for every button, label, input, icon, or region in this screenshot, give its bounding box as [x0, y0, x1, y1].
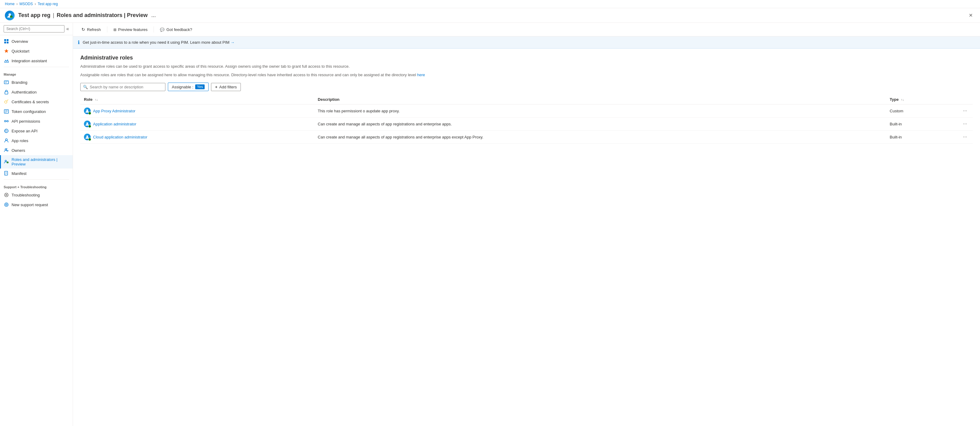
svg-point-17	[5, 120, 6, 122]
table-row: Cloud application administrator Can crea…	[80, 131, 973, 144]
svg-point-35	[6, 204, 7, 206]
breadcrumb-home[interactable]: Home	[5, 2, 14, 6]
owners-icon	[4, 147, 9, 153]
row-actions-button-2[interactable]: ···	[961, 120, 969, 127]
expose-api-icon	[4, 128, 9, 134]
sidebar-divider-manage	[4, 67, 69, 67]
sidebar-item-token-configuration[interactable]: Token configuration	[0, 106, 73, 116]
sidebar-item-quickstart[interactable]: Quickstart	[0, 46, 73, 56]
filter-row: 🔍 Assignable : Yes + Add filters	[80, 82, 973, 91]
table-row: App Proxy Administrator This role has pe…	[80, 105, 973, 117]
sidebar-item-troubleshooting[interactable]: Troubleshooting	[0, 190, 73, 200]
got-feedback-button[interactable]: Got feedback?	[156, 25, 196, 34]
assignable-filter-badge[interactable]: Assignable : Yes	[168, 82, 208, 91]
sidebar-label-certificates: Certificates & secrets	[11, 100, 49, 104]
sidebar-item-api-permissions[interactable]: API permissions	[0, 116, 73, 126]
main-layout: « Overview Quickstart Integration as	[0, 23, 980, 426]
sidebar-label-authentication: Authentication	[11, 90, 37, 94]
certificates-icon	[4, 99, 9, 105]
refresh-icon	[81, 27, 85, 32]
sidebar-label-owners: Owners	[11, 148, 25, 153]
svg-point-22	[5, 139, 7, 141]
filter-badge-label: Assignable :	[172, 85, 193, 89]
sidebar-item-manifest[interactable]: Manifest	[0, 168, 73, 178]
info-banner-text: Get just-in-time access to a role when y…	[83, 40, 234, 44]
close-button[interactable]: ✕	[966, 11, 975, 20]
role-name[interactable]: Cloud application administrator	[93, 135, 147, 139]
svg-rect-4	[7, 39, 8, 41]
sidebar-item-branding[interactable]: Branding	[0, 78, 73, 87]
header-ellipsis-button[interactable]: ...	[151, 12, 156, 19]
sidebar-item-certificates-secrets[interactable]: Certificates & secrets	[0, 97, 73, 106]
sidebar-item-app-roles[interactable]: App roles	[0, 136, 73, 146]
svg-line-12	[7, 100, 8, 101]
row-actions-button-1[interactable]: ···	[961, 108, 969, 114]
actions-cell-2: ···	[958, 117, 973, 131]
section-desc-here-link[interactable]: here	[417, 73, 425, 77]
sidebar-item-new-support-request[interactable]: New support request	[0, 200, 73, 209]
add-filters-button[interactable]: + Add filters	[211, 83, 240, 91]
sidebar-label-new-support-request: New support request	[11, 203, 48, 207]
breadcrumb-msods[interactable]: MSODS	[19, 2, 33, 6]
sidebar-item-integration-assistant[interactable]: Integration assistant	[0, 56, 73, 66]
sidebar-label-token-configuration: Token configuration	[11, 109, 46, 114]
role-name[interactable]: App Proxy Administrator	[93, 109, 135, 113]
sidebar-item-owners[interactable]: Owners	[0, 146, 73, 155]
refresh-button[interactable]: Refresh	[78, 25, 105, 34]
svg-rect-6	[7, 41, 8, 43]
search-input[interactable]	[4, 25, 64, 32]
manifest-icon	[4, 171, 9, 176]
sidebar-section-manage: Manage	[0, 68, 73, 78]
description-cell-3: Can create and manage all aspects of app…	[314, 131, 886, 144]
sidebar-collapse-button[interactable]: «	[66, 26, 69, 32]
row-actions-button-3[interactable]: ···	[961, 134, 969, 140]
authentication-icon	[4, 89, 9, 95]
search-by-name-input[interactable]	[90, 85, 163, 89]
search-filter-container[interactable]: 🔍	[80, 83, 165, 91]
api-permissions-icon	[4, 119, 9, 124]
info-banner-pim-link[interactable]: →	[231, 40, 234, 44]
role-name[interactable]: Application administrator	[93, 122, 136, 126]
page-title: Test app reg | Roles and administrators …	[18, 12, 148, 19]
sidebar-item-roles-administrators[interactable]: + Roles and administrators | Preview	[0, 155, 73, 168]
main-content: Refresh Preview features Got feedback? ℹ…	[73, 23, 980, 426]
breadcrumb-chevron-1: ›	[16, 2, 18, 6]
role-badge-overlay	[88, 138, 91, 141]
description-cell-1: This role has permissiont o aupdate app …	[314, 105, 886, 117]
sidebar-label-overview: Overview	[11, 39, 28, 44]
sidebar-nav: Overview Quickstart Integration assistan…	[0, 35, 73, 211]
search-filter-icon: 🔍	[83, 85, 88, 89]
branding-icon	[4, 79, 9, 85]
svg-rect-3	[4, 39, 6, 41]
column-header-description[interactable]: Description	[314, 95, 886, 105]
role-cell-2: Application administrator	[80, 117, 314, 131]
sidebar-item-expose-api[interactable]: Expose an API	[0, 126, 73, 136]
role-cell-1: App Proxy Administrator	[80, 105, 314, 117]
role-avatar	[84, 120, 91, 127]
preview-features-button[interactable]: Preview features	[110, 25, 151, 34]
breadcrumb-app-reg[interactable]: Test app reg	[38, 2, 58, 6]
filter-badge-value: Yes	[195, 84, 205, 89]
svg-point-11	[5, 101, 7, 103]
svg-rect-5	[4, 41, 6, 43]
svg-point-0	[8, 13, 11, 16]
sort-icon-type: ↑↓	[901, 98, 904, 101]
column-header-type[interactable]: Type ↑↓	[886, 95, 958, 105]
table-row: Application administrator Can create and…	[80, 117, 973, 131]
info-banner: ℹ Get just-in-time access to a role when…	[73, 36, 980, 49]
info-icon: ℹ	[78, 40, 80, 45]
sidebar-search-container: «	[0, 23, 73, 35]
page-header: + Test app reg | Roles and administrator…	[0, 8, 980, 23]
sidebar-item-authentication[interactable]: Authentication	[0, 87, 73, 97]
type-cell-3: Built-in	[886, 131, 958, 144]
sidebar-divider-support	[4, 179, 69, 180]
sidebar-item-overview[interactable]: Overview	[0, 36, 73, 46]
sidebar-label-quickstart: Quickstart	[11, 49, 30, 54]
actions-cell-1: ···	[958, 105, 973, 117]
sidebar-label-api-permissions: API permissions	[11, 119, 40, 124]
column-header-role[interactable]: Role ↑↓	[80, 95, 314, 105]
section-desc-2: Assignable roles are roles that can be a…	[80, 72, 973, 78]
sidebar-label-troubleshooting: Troubleshooting	[11, 193, 40, 197]
integration-assistant-icon	[4, 58, 9, 63]
type-cell-2: Built-in	[886, 117, 958, 131]
